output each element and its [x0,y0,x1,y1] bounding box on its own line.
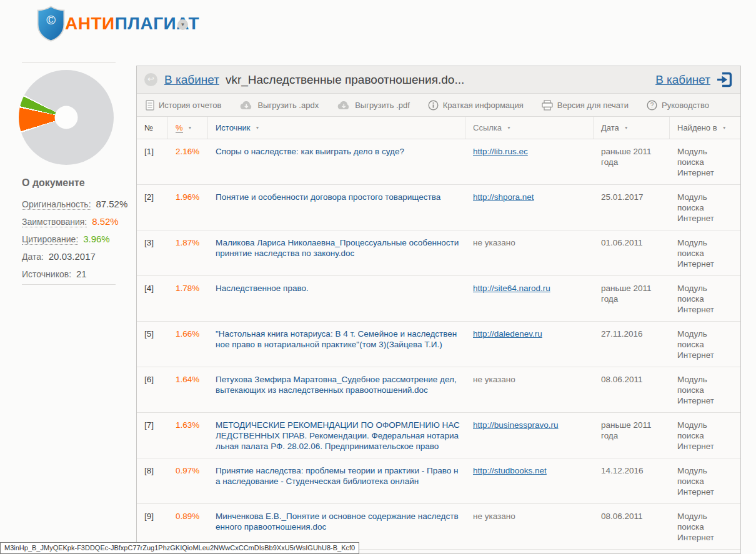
row-source-link[interactable]: http://shpora.net [473,192,534,202]
toolbar-download-pdf[interactable]: Выгрузить .pdf [337,101,410,110]
table-row: [6] 1.64% Петухова Земфира Маратовна_Суд… [137,367,740,413]
table-row: [8] 0.97% Принятие наследства: проблемы … [137,458,740,504]
cabinet-link-right[interactable]: В кабинет [655,73,710,87]
toolbar-download-apdx[interactable]: Выгрузить .apdx [239,101,319,110]
toolbar-brief-info[interactable]: Краткая информация [428,100,524,111]
browser-status-tooltip: M3inHp_B_JMyQEKpk-F3DDQEc-JBfxpC77rZug1P… [0,542,359,554]
stat-sources-count-label: Источников: [22,269,71,279]
row-percent: 1.64% [168,367,208,412]
row-date: 25.01.2017 [594,185,670,230]
stat-citations-label[interactable]: Цитирование: [22,234,78,245]
printer-icon [542,100,553,111]
info-icon [428,100,439,111]
stat-sources-count-value: 21 [76,269,87,279]
stat-date-label: Дата: [22,252,44,262]
row-number: [8] [137,458,168,503]
table-row: [5] 1.66% "Настольная книга нотариуса: В… [137,322,740,367]
row-date: раньше 2011 года [594,139,670,184]
back-reply-icon[interactable]: ↩ [144,73,157,86]
row-source-title: "Настольная книга нотариуса: В 4 т. Семе… [208,322,465,367]
table-header-percent[interactable]: % ▼ [168,117,208,139]
row-percent: 1.96% [168,185,208,230]
stat-borrowings-label[interactable]: Заимствования: [22,217,87,227]
cabinet-link-left[interactable]: В кабинет [164,73,219,87]
table-header-source[interactable]: Источник ▼ [208,117,465,139]
row-percent: 1.78% [168,276,208,321]
row-source-title: Споры о наследстве: как выиграть дело в … [208,139,465,184]
table-row: [4] 1.78% Наследственное право. http://s… [137,276,740,322]
sort-chevron-down-icon: ▼ [722,126,727,130]
document-info-section: О документе Оригинальность: 87.52% Заимс… [22,177,131,285]
stat-date-value: 20.03.2017 [49,251,96,262]
row-date: 08.06.2011 [594,504,670,549]
sort-chevron-down-icon: ▼ [624,126,629,130]
toolbar-brief-info-label: Краткая информация [443,101,524,110]
row-number: [5] [137,322,168,367]
sidebar-divider-bottom [22,284,116,285]
row-number: [3] [137,230,168,275]
exit-to-cabinet-icon[interactable] [716,71,733,88]
table-header-date[interactable]: Дата ▼ [594,117,670,139]
stat-originality-label[interactable]: Оригинальность: [22,199,91,210]
toolbar-print-version[interactable]: Версия для печати [542,100,629,111]
table-header-link[interactable]: Ссылка ▼ [465,117,594,139]
row-source-link[interactable]: http://studbooks.net [473,466,547,475]
row-found-in: Модуль поиска Интернет [670,458,740,503]
row-source-title: Наследственное право. [208,276,465,321]
sort-chevron-down-icon: ▼ [507,126,511,130]
stat-borrowings-value: 8.52% [92,216,119,227]
row-number: [4] [137,276,168,321]
row-source-link[interactable]: http://lib.rus.ec [473,147,528,156]
brand-dropdown-chevron-down-icon[interactable]: ▼ [177,19,188,30]
toolbar-download-pdf-label: Выгрузить .pdf [355,101,410,110]
row-source-link[interactable]: http://daledenev.ru [473,329,542,339]
row-source-link[interactable]: http://businesspravo.ru [473,420,559,430]
help-icon: ? [647,100,657,111]
row-source-title: Принятие наследства: проблемы теории и п… [208,458,465,503]
row-date: раньше 2011 года [594,276,670,321]
row-source-link[interactable]: http://site64.narod.ru [473,284,550,293]
table-row: [1] 2.16% Споры о наследстве: как выигра… [137,139,740,185]
download-cloud-icon [337,101,351,110]
row-found-in: Модуль поиска Интернет [670,139,740,184]
stat-date: Дата: 20.03.2017 [22,250,131,263]
donut-chart [19,70,114,165]
table-row: [7] 1.63% МЕТОДИЧЕСКИЕ РЕКОМЕНДАЦИИ ПО О… [137,413,740,458]
row-found-in: Модуль поиска Интернет [670,276,740,321]
donut-chart-hole [55,106,78,129]
panel-header: ↩ В кабинет vkr_Наследственные правоотно… [137,66,740,94]
table-row: [2] 1.96% Понятие и особенности договора… [137,185,740,230]
row-percent: 1.87% [168,230,208,275]
row-found-in: Модуль поиска Интернет [670,413,740,458]
row-number: [6] [137,367,168,412]
row-source-title: Понятие и особенности договора простого … [208,185,465,230]
toolbar-guide-label: Руководство [662,101,709,110]
document-title: vkr_Наследственные правоотношения.do... [226,73,655,87]
row-number: [2] [137,185,168,230]
row-link-missing: не указано [473,375,515,384]
svg-text:?: ? [650,102,654,109]
stat-sources-count: Источников: 21 [22,268,131,280]
toolbar-print-version-label: Версия для печати [557,101,629,110]
svg-text:©: © [46,13,56,27]
toolbar-report-history-label: История отчетов [159,101,221,110]
report-panel: ↩ В кабинет vkr_Наследственные правоотно… [136,66,741,554]
toolbar-report-history[interactable]: История отчетов [146,100,221,111]
download-cloud-icon [239,101,253,110]
row-date: 01.06.2011 [594,230,670,275]
row-percent: 1.66% [168,322,208,367]
table-header-found-in[interactable]: Найдено в ▼ [670,117,740,139]
toolbar-guide[interactable]: ? Руководство [647,100,709,111]
row-percent: 2.16% [168,139,208,184]
row-found-in: Модуль поиска Интернет [670,185,740,230]
row-found-in: Модуль поиска Интернет [670,367,740,412]
table-header-number: № [137,117,168,139]
stat-citations: Цитирование: 3.96% [22,233,131,245]
row-source-title: Петухова Земфира Маратовна_Судебное расс… [208,367,465,412]
sort-chevron-down-icon: ▼ [256,126,260,130]
about-heading: О документе [22,177,131,189]
table-header-row: № % ▼ Источник ▼ Ссылка ▼ Дата ▼ Найдено… [137,117,740,139]
stat-citations-value: 3.96% [83,234,110,244]
row-source-title: МЕТОДИЧЕСКИЕ РЕКОМЕНДАЦИИ ПО ОФОРМЛЕНИЮ … [208,413,465,458]
row-date: 27.11.2016 [594,322,670,367]
